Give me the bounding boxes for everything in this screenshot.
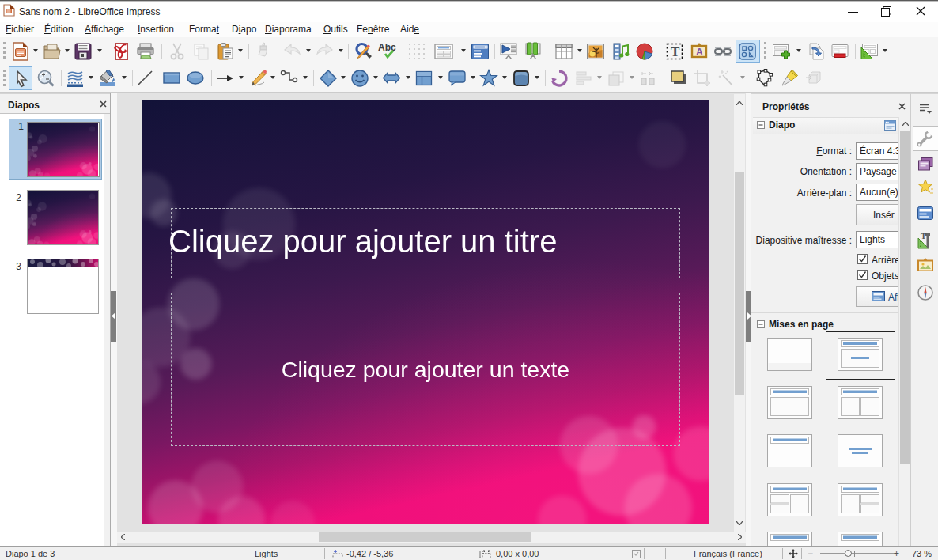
svg-text:A: A (696, 47, 703, 58)
svg-text:T: T (921, 232, 927, 240)
svg-text:T: T (671, 44, 680, 59)
